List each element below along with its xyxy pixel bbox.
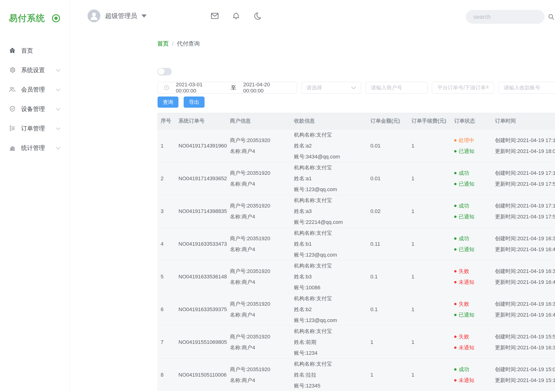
updated-time: 更新时间:2021-04-19 16:45:29 bbox=[495, 309, 555, 320]
col-fee: 订单手续费(元) bbox=[411, 117, 454, 124]
table-row: 8 NO04191505110006 商户号:20351920 名称:商户4 机… bbox=[157, 358, 555, 391]
payee-account: 账号:10086 bbox=[294, 282, 370, 293]
order-status: 成功已通知 bbox=[454, 168, 495, 189]
gear-icon bbox=[9, 66, 16, 73]
export-button[interactable]: 导出 bbox=[184, 97, 204, 108]
status-text: 成功 bbox=[459, 200, 469, 211]
sidebar-item-label: 首页 bbox=[21, 47, 33, 55]
toggle-switch[interactable] bbox=[158, 68, 172, 75]
status-text: 未通知 bbox=[459, 342, 474, 353]
status-dot-icon bbox=[454, 379, 457, 382]
payee-account-input[interactable] bbox=[503, 85, 555, 91]
col-payee: 收款信息 bbox=[294, 117, 370, 124]
payee-account: 账号:1234 bbox=[294, 348, 370, 359]
status-text: 成功 bbox=[459, 233, 469, 244]
bell-icon[interactable] bbox=[231, 11, 241, 21]
payee-name: 姓名:前期 bbox=[294, 337, 370, 348]
sidebar-item-orders[interactable]: 订单管理 bbox=[0, 119, 70, 138]
merchant-id-input[interactable] bbox=[370, 85, 423, 91]
merchant-name: 名称:商户4 bbox=[230, 309, 294, 320]
status-text: 已通知 bbox=[459, 244, 474, 255]
order-fee: 1 bbox=[411, 271, 454, 282]
row-index: 6 bbox=[161, 304, 178, 315]
chevron-down-icon bbox=[351, 86, 356, 89]
status-badge: 失败 bbox=[454, 266, 495, 277]
order-fee: 1 bbox=[411, 337, 454, 348]
date-range-picker[interactable]: 2021-03-01 00:00:00 至 2021-04-20 00:00:0… bbox=[158, 82, 297, 94]
users-icon bbox=[9, 86, 16, 93]
button-row: 查询 导出 bbox=[158, 97, 204, 108]
top-bar: 超级管理员 bbox=[70, 0, 555, 26]
order-time: 创建时间:2021-04-19 16:33:53 更新时间:2021-04-19… bbox=[495, 233, 555, 255]
table-header: 序号 系统订单号 商户信息 收款信息 订单金额(元) 订单手续费(元) 订单状态… bbox=[157, 113, 555, 129]
order-status: 失败已通知 bbox=[454, 299, 495, 320]
user-menu[interactable]: 超级管理员 bbox=[88, 9, 147, 22]
payee-account-field bbox=[498, 82, 555, 94]
status-dot-icon bbox=[454, 139, 457, 142]
status-dot-icon bbox=[454, 335, 457, 338]
merchant-name: 名称:商户4 bbox=[230, 211, 294, 222]
date-end-value[interactable]: 2021-04-20 00:00:00 bbox=[243, 82, 291, 94]
order-status: 失败未通知 bbox=[454, 266, 495, 288]
order-no-field bbox=[432, 82, 494, 94]
moon-icon[interactable] bbox=[252, 11, 263, 21]
col-order-no: 系统订单号 bbox=[178, 117, 230, 124]
order-amount: 0.01 bbox=[370, 173, 411, 184]
merchant-id-field bbox=[365, 82, 428, 94]
date-start-value[interactable]: 2021-03-01 00:00:00 bbox=[176, 82, 224, 94]
chevron-down-icon bbox=[56, 127, 60, 131]
order-status: 成功已通知 bbox=[454, 200, 495, 222]
row-index: 2 bbox=[161, 173, 178, 184]
breadcrumb-home-link[interactable]: 首页 bbox=[157, 40, 169, 47]
avatar bbox=[88, 9, 100, 22]
sidebar-item-devices[interactable]: 设备管理 bbox=[0, 99, 70, 119]
order-fee: 1 bbox=[411, 206, 454, 217]
created-time: 创建时间:2021-04-19 17:14:39 bbox=[495, 135, 555, 146]
table-row: 3 NO04191714398835 商户号:20351920 名称:商户4 机… bbox=[157, 195, 555, 228]
status-badge: 成功 bbox=[454, 233, 495, 244]
status-badge: 处理中 bbox=[454, 135, 495, 146]
mail-icon[interactable] bbox=[210, 11, 220, 21]
created-time: 创建时间:2021-04-19 17:14:39 bbox=[495, 200, 555, 211]
status-badge: 已通知 bbox=[454, 146, 495, 157]
search-bar bbox=[466, 10, 545, 24]
status-badge: 成功 bbox=[454, 200, 495, 211]
sidebar-item-members[interactable]: 会员管理 bbox=[0, 80, 70, 99]
payee-org: 机构名称:支付宝 bbox=[294, 293, 370, 304]
order-no-input[interactable] bbox=[437, 85, 489, 91]
col-time: 订单时间 bbox=[495, 117, 555, 124]
merchant-id: 商户号:20351920 bbox=[230, 331, 294, 342]
clock-icon bbox=[163, 85, 170, 91]
status-select[interactable]: 请选择 bbox=[301, 82, 361, 94]
sidebar-item-home[interactable]: 首页 bbox=[0, 41, 70, 60]
sidebar-item-statistics[interactable]: 统计管理 bbox=[0, 138, 70, 157]
order-number: NO04191714391960 bbox=[178, 140, 230, 151]
target-icon bbox=[52, 14, 60, 22]
merchant-info: 商户号:20351920 名称:商户4 bbox=[230, 233, 294, 255]
query-button[interactable]: 查询 bbox=[158, 97, 178, 108]
payee-account: 账号:123@qq.com bbox=[294, 315, 370, 326]
status-dot-icon bbox=[454, 205, 457, 207]
merchant-id: 商户号:20351920 bbox=[230, 168, 294, 178]
col-amount: 订单金额(元) bbox=[370, 117, 411, 124]
status-dot-icon bbox=[454, 216, 457, 218]
status-dot-icon bbox=[454, 172, 457, 174]
row-index: 5 bbox=[161, 271, 178, 282]
search-icon[interactable] bbox=[548, 13, 555, 21]
payee-account: 账号:123@qq.com bbox=[294, 249, 370, 260]
shield-icon bbox=[9, 105, 16, 112]
chevron-down-icon bbox=[56, 107, 60, 112]
filter-row: 2021-03-01 00:00:00 至 2021-04-20 00:00:0… bbox=[158, 82, 555, 94]
sidebar-item-system-settings[interactable]: 系统设置 bbox=[0, 60, 70, 80]
order-list-icon bbox=[9, 125, 16, 132]
chevron-down-icon bbox=[56, 88, 60, 92]
sidebar-item-label: 会员管理 bbox=[21, 86, 45, 93]
payee-name: 姓名:拉拉 bbox=[294, 370, 370, 380]
merchant-info: 商户号:20351920 名称:商户4 bbox=[230, 364, 294, 386]
date-range-separator: 至 bbox=[231, 84, 236, 91]
order-status: 失败未通知 bbox=[454, 331, 495, 353]
search-input[interactable] bbox=[473, 13, 548, 20]
payee-name: 姓名:a3 bbox=[294, 206, 370, 217]
status-dot-icon bbox=[454, 150, 457, 152]
table-row: 5 NO04191633536148 商户号:20351920 名称:商户4 机… bbox=[157, 260, 555, 293]
